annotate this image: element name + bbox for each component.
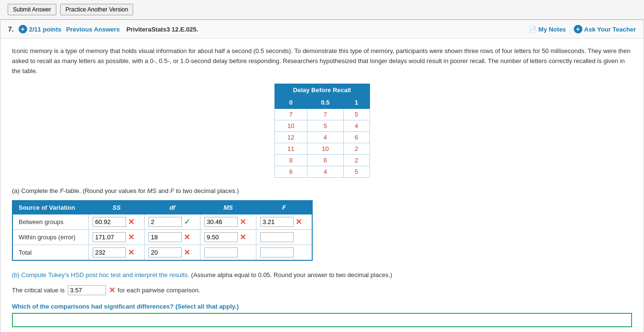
ask-teacher-label: Ask Your Teacher: [584, 26, 636, 33]
data-table-header: Delay Before Recall: [274, 84, 370, 96]
question-text: Iconic memory is a type of memory that h…: [12, 46, 632, 76]
ss-within-cell: ✕: [89, 230, 145, 245]
cell: 5: [343, 109, 370, 120]
cell: 2: [343, 155, 370, 166]
table-row: 10 5 4: [274, 120, 370, 132]
critical-value-input[interactable]: [68, 285, 106, 295]
cell: 11: [274, 143, 307, 155]
top-bar: Submit Answer Practice Another Version: [0, 0, 644, 20]
ms-between-input[interactable]: [204, 217, 238, 227]
df-between-cell: ✓: [145, 214, 201, 230]
cell: 6: [274, 166, 307, 178]
ms-within-cell: ✕: [201, 230, 256, 245]
cell: 2: [343, 143, 370, 155]
cell: 4: [307, 166, 344, 178]
f-between-wrong-icon: ✕: [296, 217, 302, 226]
ms-within-wrong-icon: ✕: [240, 233, 246, 242]
table-row: 12 4 6: [274, 132, 370, 143]
document-icon: 📄: [529, 26, 537, 33]
df-between-input[interactable]: [148, 217, 182, 227]
points-text: 2/11 points: [29, 26, 62, 33]
cell: 5: [307, 120, 344, 132]
critical-value-row: The critical value is ✕ for each pairwis…: [12, 285, 632, 295]
ss-within-wrong-icon: ✕: [128, 233, 134, 242]
table-row: 11 10 2: [274, 143, 370, 155]
ss-total-input[interactable]: [93, 247, 126, 257]
ss-within-input[interactable]: [93, 232, 126, 242]
ask-teacher-plus-icon: +: [574, 25, 582, 33]
col-header-05: 0.5: [307, 96, 344, 109]
f-within-cell: [256, 230, 312, 245]
part-b-text: (b) Compute Tukey's HSD post hoc test an…: [12, 270, 632, 280]
table-row: 7 7 5: [274, 109, 370, 120]
table-row: 8 6 2: [274, 155, 370, 166]
part-b-instruction: (Assume alpha equal to 0.05. Round your …: [191, 271, 392, 278]
previous-answers-link[interactable]: Previous Answers: [66, 26, 120, 33]
source-total: Total: [12, 245, 89, 261]
ms-total-cell: [201, 245, 256, 261]
df-total-wrong-icon: ✕: [184, 248, 190, 257]
f-table-header-source: Source of Variation: [12, 201, 89, 214]
critical-value-suffix: for each pairwise comparison.: [118, 287, 201, 294]
critical-value-prefix: The critical value is: [12, 287, 65, 294]
source-within: Within groups (error): [12, 230, 89, 245]
col-header-1: 1: [343, 96, 370, 109]
f-table-header-df: df: [145, 201, 201, 214]
f-within-input[interactable]: [260, 232, 294, 242]
ms-total-input[interactable]: [204, 247, 238, 257]
cell: 6: [343, 132, 370, 143]
df-total-cell: ✕: [145, 245, 201, 261]
f-table-row-within: Within groups (error) ✕ ✕: [12, 230, 312, 245]
question-container: 7. + 2/11 points Previous Answers Privit…: [0, 20, 644, 332]
ss-between-cell: ✕: [89, 214, 145, 230]
f-total-cell: [256, 245, 312, 261]
ms-within-input[interactable]: [204, 232, 238, 242]
f-between-input[interactable]: [260, 217, 294, 227]
cell: 12: [274, 132, 307, 143]
df-within-input[interactable]: [148, 232, 182, 242]
part-a-label: (a) Complete the F-table. (Round your va…: [12, 187, 632, 194]
source-between: Between groups: [12, 214, 89, 230]
data-table-wrapper: Delay Before Recall 0 0.5 1 7 7 5: [274, 84, 370, 178]
cell: 7: [274, 109, 307, 120]
cell: 5: [343, 166, 370, 178]
f-table-header-ms: MS: [201, 201, 256, 214]
part-c-text: Which of the comparisons had significant…: [12, 303, 632, 310]
f-table-row-total: Total ✕ ✕: [12, 245, 312, 261]
header-right: 📄 My Notes + Ask Your Teacher: [529, 25, 636, 33]
table-row: 6 4 5: [274, 166, 370, 178]
circle-plus-icon: +: [19, 25, 27, 33]
data-table: Delay Before Recall 0 0.5 1 7 7 5: [274, 84, 370, 178]
question-header: 7. + 2/11 points Previous Answers Privit…: [0, 20, 644, 39]
ss-total-cell: ✕: [89, 245, 145, 261]
f-table-header-ss: SS: [89, 201, 145, 214]
df-total-input[interactable]: [148, 247, 182, 257]
comparisons-select-box[interactable]: [12, 313, 632, 327]
df-between-correct-icon: ✓: [184, 217, 190, 226]
critical-value-wrong-icon: ✕: [109, 286, 115, 295]
df-within-wrong-icon: ✕: [184, 233, 190, 242]
points-badge: + 2/11 points: [19, 25, 62, 33]
practice-another-version-button[interactable]: Practice Another Version: [60, 4, 133, 15]
ss-between-wrong-icon: ✕: [128, 217, 134, 226]
col-header-0: 0: [274, 96, 307, 109]
cell: 7: [307, 109, 344, 120]
cell: 8: [274, 155, 307, 166]
cell: 10: [307, 143, 344, 155]
df-within-cell: ✕: [145, 230, 201, 245]
question-body: Iconic memory is a type of memory that h…: [0, 39, 644, 332]
ms-between-cell: ✕: [201, 214, 256, 230]
cell: 10: [274, 120, 307, 132]
submit-answer-button[interactable]: Submit Answer: [8, 4, 56, 15]
f-table-row-between: Between groups ✕ ✓: [12, 214, 312, 230]
f-total-input[interactable]: [260, 247, 294, 257]
ss-between-input[interactable]: [93, 217, 126, 227]
problem-id: PriviteraStats3 12.E.025.: [127, 26, 198, 33]
cell: 4: [307, 132, 344, 143]
f-table-header-f: F: [256, 201, 312, 214]
f-between-cell: ✕: [256, 214, 312, 230]
ss-total-wrong-icon: ✕: [128, 248, 134, 257]
my-notes-link[interactable]: 📄 My Notes: [529, 26, 566, 33]
cell: 4: [343, 120, 370, 132]
ask-teacher-link[interactable]: + Ask Your Teacher: [574, 25, 636, 33]
